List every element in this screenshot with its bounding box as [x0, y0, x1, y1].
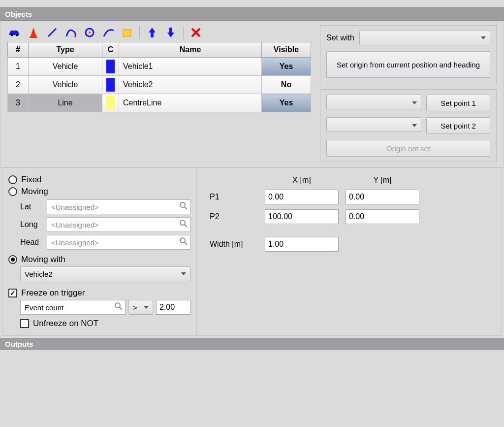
head-label: Head — [20, 238, 43, 247]
row-name[interactable]: Vehicle2 — [119, 76, 262, 94]
svg-point-13 — [180, 220, 185, 225]
point2-source-select[interactable] — [326, 117, 421, 132]
svg-rect-3 — [30, 36, 37, 38]
curve-icon[interactable] — [64, 26, 77, 39]
col-name[interactable]: Name — [119, 42, 262, 58]
set-point2-button[interactable]: Set point 2 — [426, 117, 490, 134]
row-visible-toggle[interactable]: No — [262, 76, 311, 94]
set-point1-button[interactable]: Set point 1 — [426, 95, 490, 111]
set-with-select[interactable] — [359, 31, 490, 45]
moving-with-select[interactable]: Vehicle2 — [20, 266, 190, 281]
toolbar-separator — [139, 26, 140, 39]
freeze-value-input[interactable] — [156, 300, 190, 315]
p1-label: P1 — [207, 188, 261, 206]
row-color-swatch[interactable] — [102, 94, 119, 112]
unfreeze-checkbox[interactable]: Unfreeze on NOT — [20, 319, 190, 328]
row-type: Vehicle — [29, 76, 102, 94]
long-label: Long — [20, 220, 43, 229]
svg-line-4 — [48, 29, 56, 36]
toolbar-separator — [183, 26, 184, 39]
row-number: 3 — [8, 94, 29, 112]
row-name[interactable]: CentreLine — [119, 94, 262, 112]
row-type: Line — [29, 94, 102, 112]
set-with-label: Set with — [326, 33, 354, 42]
col-color[interactable]: C — [102, 42, 119, 58]
lat-input[interactable] — [47, 199, 190, 214]
cone-icon[interactable] — [27, 26, 40, 39]
set-with-group: Set with Set origin from current positio… — [320, 25, 497, 83]
p2x-input[interactable] — [265, 209, 339, 224]
long-input[interactable] — [47, 217, 190, 232]
svg-point-0 — [11, 34, 13, 36]
width-input[interactable] — [265, 237, 339, 252]
svg-marker-2 — [31, 28, 36, 36]
freeze-label: Freeze on trigger — [21, 288, 85, 298]
objects-table[interactable]: # Type C Name Visible 1VehicleVehicle1Ye… — [7, 42, 311, 112]
mode-moving-radio[interactable]: Moving — [8, 187, 190, 197]
table-row[interactable]: 1VehicleVehicle1Yes — [8, 58, 311, 76]
arrow-down-icon[interactable] — [164, 26, 177, 39]
svg-point-5 — [74, 35, 76, 37]
row-type: Vehicle — [29, 58, 102, 76]
mode-fixed-radio[interactable]: Fixed — [8, 175, 190, 185]
svg-point-17 — [115, 303, 120, 308]
row-number: 1 — [8, 58, 29, 76]
svg-point-11 — [180, 202, 185, 207]
col-visible[interactable]: Visible — [262, 42, 311, 58]
row-color-swatch[interactable] — [102, 58, 119, 76]
search-icon[interactable] — [180, 220, 188, 230]
search-icon[interactable] — [115, 302, 123, 312]
freeze-op-select[interactable]: > — [128, 300, 153, 315]
row-visible-toggle[interactable]: Yes — [262, 94, 311, 112]
row-number: 2 — [8, 76, 29, 94]
circle-icon[interactable] — [83, 26, 96, 39]
mode-moving-with-label: Moving with — [21, 255, 65, 264]
search-icon[interactable] — [180, 202, 188, 212]
mode-fixed-label: Fixed — [21, 175, 42, 185]
row-color-swatch[interactable] — [102, 76, 119, 94]
col-type[interactable]: Type — [29, 42, 102, 58]
mode-moving-with-radio[interactable]: Moving with — [8, 255, 190, 264]
car-icon[interactable] — [8, 26, 21, 39]
row-name[interactable]: Vehicle1 — [119, 58, 262, 76]
p1y-input[interactable] — [346, 190, 419, 204]
col-number[interactable]: # — [8, 42, 29, 58]
set-points-group: Set point 1 Set point 2 Origin not set — [320, 89, 497, 162]
head-input[interactable] — [47, 235, 190, 250]
delete-icon[interactable] — [189, 26, 202, 39]
outputs-panel-header: Outputs — [0, 338, 504, 350]
svg-point-15 — [180, 238, 185, 243]
unfreeze-label: Unfreeze on NOT — [33, 319, 98, 328]
p2y-input[interactable] — [346, 209, 419, 224]
y-header: Y [m] — [343, 174, 422, 187]
svg-line-12 — [185, 207, 187, 209]
freeze-checkbox[interactable]: Freeze on trigger — [8, 288, 190, 298]
svg-line-16 — [185, 242, 187, 245]
lat-label: Lat — [20, 202, 43, 211]
x-header: X [m] — [262, 174, 342, 187]
polygon-icon[interactable] — [121, 26, 133, 39]
row-visible-toggle[interactable]: Yes — [262, 58, 311, 76]
p1x-input[interactable] — [265, 190, 339, 204]
set-origin-button[interactable]: Set origin from current position and hea… — [326, 51, 490, 78]
arc-icon[interactable] — [102, 26, 115, 39]
table-row[interactable]: 2VehicleVehicle2No — [8, 76, 311, 94]
search-icon[interactable] — [180, 237, 188, 247]
line-icon[interactable] — [46, 26, 59, 39]
svg-line-14 — [185, 225, 187, 227]
objects-panel-header: Objects — [0, 7, 504, 21]
table-row[interactable]: 3LineCentreLineYes — [8, 94, 311, 112]
objects-panel: # Type C Name Visible 1VehicleVehicle1Ye… — [0, 21, 504, 167]
objects-toolbar — [7, 25, 311, 42]
width-label: Width [m] — [207, 235, 261, 254]
object-properties-panel: Fixed Moving Lat Long Head Moving with — [2, 167, 502, 336]
origin-status: Origin not set — [326, 140, 490, 157]
coords-grid: X [m] Y [m] P1 P2 Width [m] — [206, 173, 423, 255]
arrow-up-icon[interactable] — [146, 26, 158, 39]
svg-line-18 — [120, 307, 122, 310]
mode-moving-label: Moving — [21, 187, 48, 197]
point1-source-select[interactable] — [326, 95, 421, 109]
p2-label: P2 — [207, 207, 261, 226]
freeze-source-input[interactable] — [20, 300, 126, 315]
svg-rect-8 — [123, 30, 131, 36]
